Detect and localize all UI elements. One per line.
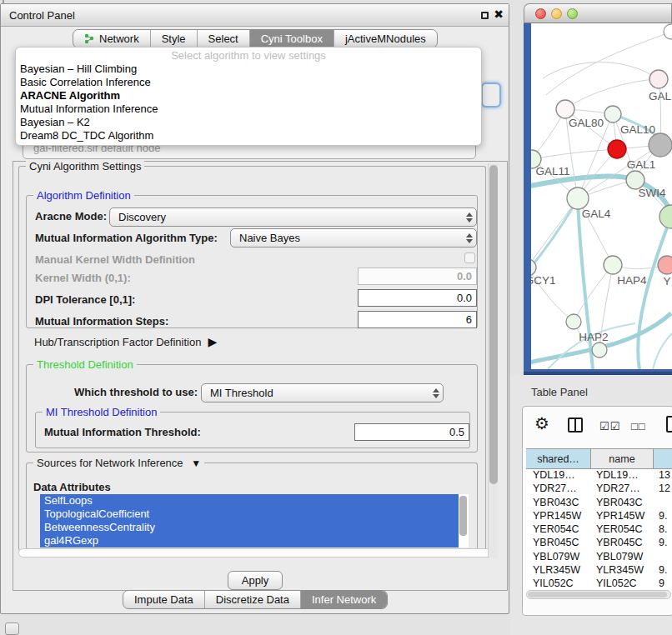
- network-canvas[interactable]: GALGAL80GAL10GAL1GAL11SWI4GAL4GCY1HAP4YH…: [531, 23, 672, 369]
- data-attribute-item[interactable]: TopologicalCoefficient: [40, 508, 459, 521]
- network-node-hap2[interactable]: [566, 314, 581, 329]
- data-attribute-item[interactable]: SelfLoops: [40, 494, 459, 508]
- data-attribute-item[interactable]: BetweennessCentrality: [40, 521, 459, 534]
- table-panel-title: Table Panel: [531, 386, 588, 398]
- unchecked-checkboxes-icon[interactable]: □□: [631, 420, 646, 432]
- mi-threshold-field[interactable]: 0.5: [354, 423, 469, 441]
- tab-impute-data[interactable]: Impute Data: [123, 591, 205, 608]
- tab-label: Impute Data: [134, 591, 193, 608]
- network-node-big-green[interactable]: [659, 205, 672, 228]
- tab-discretize-data[interactable]: Discretize Data: [205, 591, 301, 608]
- group-title: Threshold Definition: [33, 358, 137, 371]
- node-label-hap2: HAP2: [579, 331, 608, 343]
- which-threshold-select[interactable]: MI Threshold: [201, 383, 444, 402]
- tab-label: jActiveMNodules: [345, 30, 426, 48]
- column-header-partial[interactable]: [654, 449, 672, 468]
- tab-label: Discretize Data: [216, 591, 289, 608]
- dropdown-item[interactable]: Bayesian – K2: [16, 116, 481, 129]
- node-label-gal10: GAL10: [620, 123, 655, 136]
- network-edge[interactable]: [531, 159, 532, 268]
- tab-select[interactable]: Select: [198, 30, 250, 48]
- tab-label: Network: [99, 30, 139, 48]
- mi-algorithm-type-select[interactable]: Naive Bayes: [230, 228, 477, 248]
- aracne-mode-select[interactable]: Discovery: [109, 208, 477, 227]
- network-edge[interactable]: [543, 62, 659, 79]
- node-label-hap4: HAP4: [617, 274, 647, 287]
- table-row[interactable]: YER054CYER054C8.: [526, 523, 672, 537]
- dropdown-placeholder: Select algorithm to view settings: [16, 48, 481, 62]
- mi-steps-field[interactable]: 6: [358, 311, 477, 328]
- network-edge[interactable]: [638, 217, 671, 369]
- table-row[interactable]: YIL052CYIL052C9: [526, 578, 672, 589]
- dropdown-item[interactable]: Dream8 DC_TDC Algorithm: [16, 129, 481, 142]
- network-edge[interactable]: [531, 198, 578, 273]
- network-node-gal4[interactable]: [567, 188, 589, 209]
- network-edge[interactable]: [653, 333, 672, 369]
- dpi-tolerance-field[interactable]: 0.0: [358, 289, 477, 307]
- tab-style[interactable]: Style: [151, 30, 198, 48]
- settings-vertical-scrollbar[interactable]: [488, 163, 498, 558]
- split-columns-icon[interactable]: [568, 418, 583, 432]
- manual-kernel-label: Manual Kernel Width Definition: [35, 253, 195, 266]
- network-node-partial-top[interactable]: [664, 24, 672, 39]
- tab-network[interactable]: Network: [73, 30, 151, 48]
- network-node-gal-cut[interactable]: [649, 70, 668, 88]
- network-node-gal80[interactable]: [556, 100, 574, 118]
- dropdown-item[interactable]: Mutual Information Inference: [16, 102, 481, 116]
- table-cell: YDR27…: [526, 482, 591, 496]
- focused-combo-fragment[interactable]: [481, 82, 501, 108]
- network-node-salmon[interactable]: [658, 256, 672, 274]
- zoom-traffic-light[interactable]: [567, 8, 578, 19]
- column-header-shared-name[interactable]: shared…: [526, 449, 591, 468]
- network-edge[interactable]: [565, 79, 659, 109]
- dropdown-item[interactable]: Bayesian – Hill Climbing: [16, 62, 481, 76]
- hub-definition-toggle[interactable]: Hub/Transcription Factor Definition ▶: [34, 335, 217, 348]
- mi-threshold-definition-group: MI Threshold Definition Mutual Informati…: [35, 412, 470, 448]
- dropdown-item-selected[interactable]: ARACNE Algorithm: [16, 89, 481, 102]
- document-icon[interactable]: [666, 416, 672, 432]
- network-node-bottom-partial[interactable]: [592, 342, 607, 358]
- bottom-left-partial-button[interactable]: [5, 622, 19, 635]
- tab-jactivemnodules[interactable]: jActiveMNodules: [334, 30, 437, 48]
- network-edge[interactable]: [532, 149, 617, 159]
- column-header-name[interactable]: name: [591, 449, 654, 468]
- data-attribute-item[interactable]: gal4RGexp: [40, 534, 459, 548]
- sources-toggle[interactable]: Sources for Network Inference ▼: [33, 457, 204, 470]
- scrollbar-thumb[interactable]: [528, 592, 667, 598]
- algorithm-dropdown: Select algorithm to view settings Bayesi…: [15, 47, 482, 146]
- minimize-traffic-light[interactable]: [551, 8, 562, 19]
- scrollbar-thumb[interactable]: [489, 165, 498, 484]
- network-node-gal10[interactable]: [604, 106, 621, 122]
- table-row[interactable]: YBR043CYBR043C: [526, 497, 672, 510]
- checked-checkboxes-icon[interactable]: ☑☑: [599, 420, 620, 432]
- network-window-titlebar[interactable]: [524, 3, 672, 23]
- table-row[interactable]: YBL079WYBL079W: [526, 551, 672, 564]
- network-node-gray-node[interactable]: [649, 133, 672, 157]
- table-cell: [654, 497, 672, 510]
- table-row[interactable]: YPR145WYPR145W9.: [526, 510, 672, 523]
- table-horizontal-scrollbar[interactable]: [526, 590, 671, 599]
- network-edge[interactable]: [574, 265, 613, 322]
- gear-icon[interactable]: ⚙: [534, 413, 549, 433]
- dropdown-item[interactable]: Basic Correlation Inference: [16, 76, 481, 89]
- algorithm-definition-group: Algorithm Definition Aracne Mode: Discov…: [26, 195, 478, 328]
- close-traffic-light[interactable]: [535, 8, 546, 19]
- table-row[interactable]: YLR345WYLR345W9.: [526, 564, 672, 578]
- network-graph[interactable]: GALGAL80GAL10GAL1GAL11SWI4GAL4GCY1HAP4YH…: [531, 23, 672, 369]
- network-edge[interactable]: [578, 198, 593, 369]
- tab-infer-network[interactable]: Infer Network: [301, 591, 387, 608]
- tab-cyni-toolbox[interactable]: Cyni Toolbox: [250, 30, 334, 48]
- table-row[interactable]: YDR27…YDR27…12: [526, 482, 672, 496]
- network-node-hap4[interactable]: [604, 256, 622, 274]
- table-toolbar: ⚙ ☑☑ □□: [523, 407, 672, 448]
- settings-horizontal-scrollbar[interactable]: [18, 548, 494, 558]
- kernel-width-field[interactable]: 0.0: [358, 268, 477, 285]
- apply-button[interactable]: Apply: [228, 571, 283, 590]
- table-row[interactable]: YBR045CYBR045C9.: [526, 537, 672, 550]
- table-row[interactable]: YDL19…YDL19…13: [526, 469, 672, 482]
- close-icon[interactable]: ✖: [494, 8, 504, 21]
- list-scrollbar-thumb[interactable]: [459, 496, 467, 536]
- manual-kernel-checkbox[interactable]: [464, 252, 475, 263]
- float-window-icon[interactable]: [481, 12, 489, 19]
- network-node-gal1[interactable]: [608, 140, 626, 158]
